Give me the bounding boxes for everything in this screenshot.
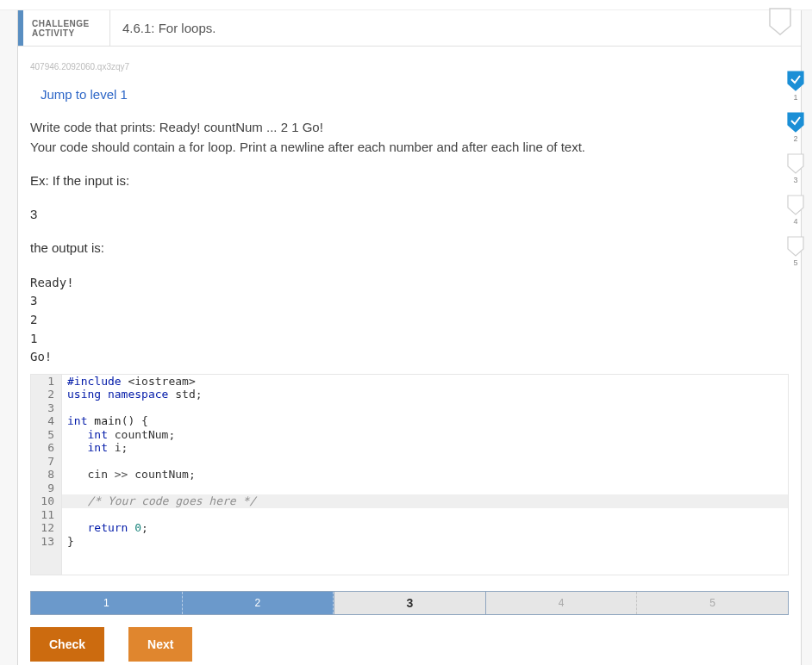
code-content[interactable]: int countNum;	[62, 428, 788, 442]
progress-step-1[interactable]: 1	[31, 592, 183, 614]
line-number: 10	[31, 494, 62, 508]
code-content[interactable]: cin >> countNum;	[62, 468, 788, 482]
code-content[interactable]: using namespace std;	[62, 388, 788, 401]
code-content[interactable]: int i;	[62, 441, 788, 455]
progress-step-5[interactable]: 5	[637, 592, 788, 614]
line-number: 11	[31, 508, 62, 522]
code-line[interactable]: 10 /* Your code goes here */	[31, 494, 788, 508]
assignment-id: 407946.2092060.qx3zqy7	[30, 62, 789, 71]
code-line[interactable]: 7	[31, 455, 788, 469]
shield-check-icon	[787, 71, 804, 91]
progress-step-4[interactable]: 4	[486, 592, 638, 614]
challenge-label: CHALLENGE ACTIVITY	[23, 10, 109, 46]
code-editor[interactable]: 1#include <iostream>2using namespace std…	[30, 374, 789, 576]
level-shield-4[interactable]: 4	[787, 195, 804, 226]
challenge-label-line2: ACTIVITY	[32, 28, 101, 38]
example-output-label: the output is:	[30, 240, 789, 255]
code-content[interactable]: /* Your code goes here */	[62, 494, 788, 508]
shield-check-icon	[787, 112, 804, 133]
shield-icon	[787, 195, 804, 215]
example-output: Ready! 3 2 1 Go!	[30, 274, 792, 367]
line-number: 1	[31, 375, 62, 388]
prompt-line2: Your code should contain a for loop. Pri…	[30, 137, 789, 157]
level-shield-label: 2	[793, 134, 797, 143]
line-number: 8	[31, 468, 62, 482]
example-block: Ex: If the input is: 3 the output is:	[30, 173, 789, 255]
code-line[interactable]: 12 return 0;	[31, 521, 788, 535]
code-content[interactable]	[62, 455, 788, 469]
code-line[interactable]: 6 int i;	[31, 441, 788, 455]
code-content[interactable]	[62, 508, 788, 522]
line-number: 6	[31, 441, 62, 455]
line-number: 2	[31, 388, 62, 401]
code-line[interactable]: 8 cin >> countNum;	[31, 468, 788, 482]
activity-container: CHALLENGE ACTIVITY 4.6.1: For loops. 407…	[17, 10, 802, 665]
example-intro: Ex: If the input is:	[30, 173, 789, 188]
line-number: 13	[31, 535, 62, 549]
code-line[interactable]: 5 int countNum;	[31, 428, 788, 442]
progress-step-3[interactable]: 3	[334, 592, 486, 614]
prompt-text: Write code that prints: Ready! countNum …	[30, 117, 789, 158]
line-number: 7	[31, 455, 62, 469]
code-line-empty	[31, 562, 788, 575]
line-number: 5	[31, 428, 62, 442]
level-shield-5[interactable]: 5	[787, 236, 804, 267]
level-shield-label: 5	[793, 258, 797, 267]
progress-step-2[interactable]: 2	[183, 592, 334, 614]
level-shield-label: 1	[793, 93, 797, 102]
code-content[interactable]: return 0;	[62, 521, 788, 535]
level-shield-label: 3	[793, 176, 797, 184]
line-number: 12	[31, 521, 62, 535]
activity-header: CHALLENGE ACTIVITY 4.6.1: For loops.	[18, 10, 801, 47]
level-shield-1[interactable]: 1	[787, 71, 804, 102]
code-line[interactable]: 3	[31, 401, 788, 415]
side-level-shields: 12345	[787, 71, 804, 274]
code-content[interactable]	[62, 482, 788, 495]
line-number: 9	[31, 482, 62, 495]
challenge-label-line1: CHALLENGE	[32, 19, 101, 28]
button-row: Check Next	[30, 627, 789, 665]
code-content[interactable]	[62, 401, 788, 415]
prompt-line1: Write code that prints: Ready! countNum …	[30, 117, 789, 137]
code-line[interactable]: 9	[31, 482, 788, 495]
line-number: 4	[31, 414, 62, 428]
code-line[interactable]: 11	[31, 508, 788, 522]
example-input: 3	[30, 207, 789, 221]
level-shield-label: 4	[793, 217, 797, 226]
code-line[interactable]: 13}	[31, 535, 788, 549]
shield-icon	[787, 236, 804, 257]
code-line[interactable]: 2using namespace std;	[31, 388, 788, 401]
code-line[interactable]: 4int main() {	[31, 414, 788, 428]
level-shield-3[interactable]: 3	[787, 153, 804, 184]
level-progress-bar: 12345	[30, 591, 789, 615]
check-button[interactable]: Check	[30, 627, 104, 662]
code-line-empty	[31, 548, 788, 562]
shield-icon	[768, 7, 792, 36]
code-line[interactable]: 1#include <iostream>	[31, 375, 788, 388]
line-number: 3	[31, 401, 62, 415]
code-content[interactable]: #include <iostream>	[62, 375, 788, 388]
shield-icon	[787, 153, 804, 174]
level-shield-2[interactable]: 2	[787, 112, 804, 143]
activity-score-shield	[768, 7, 792, 36]
next-button[interactable]: Next	[128, 627, 192, 662]
code-content[interactable]: }	[62, 535, 788, 549]
activity-title: 4.6.1: For loops.	[109, 10, 801, 46]
code-content[interactable]: int main() {	[62, 414, 788, 428]
jump-to-level-link[interactable]: Jump to level 1	[41, 87, 128, 102]
